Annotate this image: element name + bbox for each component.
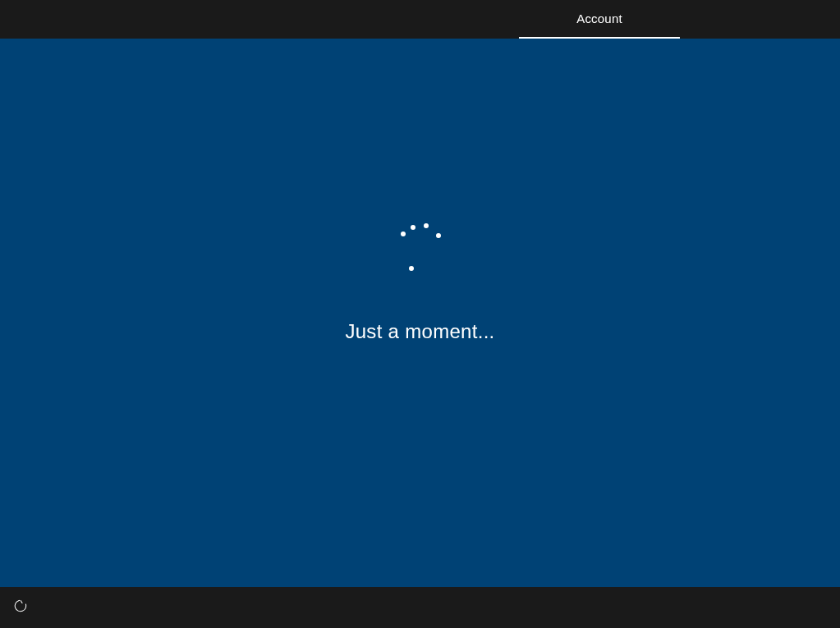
ease-of-access-button[interactable]: [11, 598, 30, 617]
spinner-dot: [436, 233, 441, 238]
bottom-bar: [0, 587, 840, 628]
spinner-dot: [411, 225, 415, 230]
spinner-dot: [401, 231, 406, 236]
spinner-dot: [424, 223, 429, 228]
content-area: Just a moment...: [0, 39, 840, 587]
loading-block: Just a moment...: [345, 217, 494, 343]
tab-account-label: Account: [576, 11, 622, 25]
tab-account[interactable]: Account: [519, 0, 680, 39]
oobe-screen: Account Just a moment...: [0, 0, 840, 628]
loading-message: Just a moment...: [345, 320, 494, 343]
top-tab-bar: Account: [0, 0, 840, 39]
loading-spinner-icon: [391, 217, 448, 274]
spinner-dot: [409, 266, 414, 271]
ease-of-access-icon: [13, 598, 28, 617]
